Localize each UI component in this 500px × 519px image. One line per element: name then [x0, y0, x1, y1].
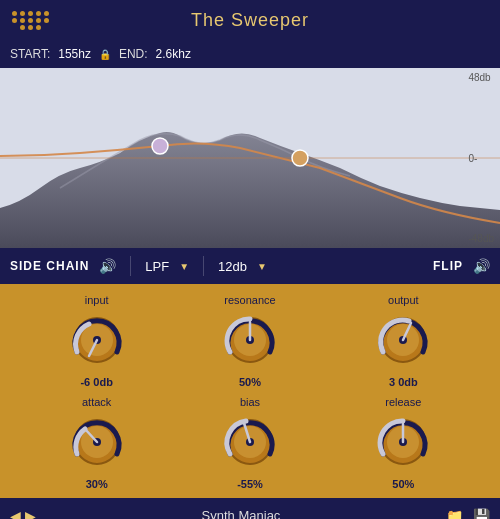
attack-value: 30% [86, 478, 108, 490]
filter-db[interactable]: 12db [218, 259, 247, 274]
svg-point-1 [152, 138, 168, 154]
app-title: The Sweeper [191, 10, 309, 31]
filter-db-arrow[interactable]: ▼ [257, 261, 267, 272]
svg-point-2 [292, 150, 308, 166]
start-value[interactable]: 155hz [58, 47, 91, 61]
footer: ◀ ▶ Synth Maniac 📁 💾 [0, 498, 500, 519]
eq-label-bot: -48db [468, 233, 494, 244]
output-value: 3 0db [389, 376, 418, 388]
freq-bar: START: 155hz 🔒 END: 2.6khz [0, 40, 500, 68]
end-value[interactable]: 2.6khz [156, 47, 191, 61]
release-label: release [385, 396, 421, 408]
bias-knob[interactable] [220, 412, 280, 472]
release-value: 50% [392, 478, 414, 490]
sidechain-label: SIDE CHAIN [10, 259, 89, 273]
output-knob-group: output 3 0db [327, 294, 480, 388]
folder-icon[interactable]: 📁 [446, 508, 463, 520]
eq-svg [0, 68, 500, 248]
input-label: input [85, 294, 109, 306]
filter-type-arrow[interactable]: ▼ [179, 261, 189, 272]
bias-label: bias [240, 396, 260, 408]
prev-button[interactable]: ◀ [10, 508, 21, 520]
input-value: -6 0db [80, 376, 112, 388]
bias-value: -55% [237, 478, 263, 490]
release-knob[interactable] [373, 412, 433, 472]
eq-label-top: 48db [468, 72, 494, 83]
end-label: END: [119, 47, 148, 61]
eq-label-mid: 0- [468, 153, 494, 164]
sidechain-bar: SIDE CHAIN 🔊 LPF ▼ 12db ▼ FLIP 🔊 [0, 248, 500, 284]
filter-type[interactable]: LPF [145, 259, 169, 274]
resonance-knob[interactable] [220, 310, 280, 370]
attack-label: attack [82, 396, 111, 408]
sidechain-speaker-icon[interactable]: 🔊 [99, 258, 116, 274]
resonance-label: resonance [224, 294, 275, 306]
input-knob-group: input -6 0db [20, 294, 173, 388]
flip-button[interactable]: FLIP [433, 259, 463, 273]
footer-icons: 📁 💾 [446, 508, 490, 520]
attack-knob-group: attack 30% [20, 396, 173, 490]
bias-knob-group: bias -55% [173, 396, 326, 490]
logo [12, 11, 50, 30]
output-knob[interactable] [373, 310, 433, 370]
resonance-value: 50% [239, 376, 261, 388]
lock-icon[interactable]: 🔒 [99, 49, 111, 60]
attack-knob[interactable] [67, 412, 127, 472]
output-label: output [388, 294, 419, 306]
header: The Sweeper [0, 0, 500, 40]
footer-nav: ◀ ▶ [10, 508, 36, 520]
eq-display[interactable]: 48db 0- -48db [0, 68, 500, 248]
save-icon[interactable]: 💾 [473, 508, 490, 520]
next-button[interactable]: ▶ [25, 508, 36, 520]
release-knob-group: release 50% [327, 396, 480, 490]
resonance-knob-group: resonance 50% [173, 294, 326, 388]
start-label: START: [10, 47, 50, 61]
sidechain-speaker2-icon[interactable]: 🔊 [473, 258, 490, 274]
preset-name[interactable]: Synth Maniac [202, 508, 281, 519]
controls-area: input -6 0db resonance [0, 284, 500, 498]
input-knob[interactable] [67, 310, 127, 370]
eq-labels: 48db 0- -48db [468, 68, 494, 248]
